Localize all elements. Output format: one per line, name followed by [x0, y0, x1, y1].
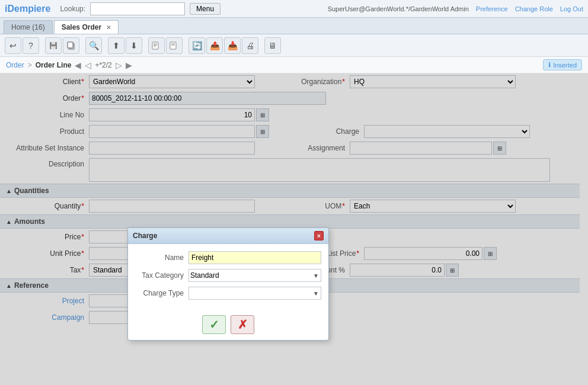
modal-name-input[interactable] [188, 251, 321, 264]
charge-modal: Charge × Name Tax Category Standard ▼ [127, 227, 329, 341]
username: SuperUser@GardenWorld.*/GardenWorld Admi… [328, 5, 469, 12]
ok-check-icon: ✓ [209, 317, 219, 332]
print-button[interactable]: 🖨 [242, 37, 258, 54]
nav-last-icon[interactable]: ▶ [126, 60, 132, 70]
modal-ok-button[interactable]: ✓ [202, 315, 226, 334]
inserted-label: Inserted [553, 62, 577, 69]
change-role-link[interactable]: Change Role [515, 5, 553, 12]
next-button[interactable]: ⬇ [126, 37, 142, 54]
svg-rect-5 [152, 42, 158, 49]
modal-header: Charge × [128, 228, 328, 244]
modal-charge-type-wrapper: ▼ [188, 287, 321, 300]
modal-tax-category-select[interactable]: Standard [188, 269, 321, 282]
nav-prev-icon[interactable]: ◁ [85, 60, 91, 70]
nav-current: Order Line [36, 61, 72, 69]
order-nav-link[interactable]: Order [6, 61, 24, 69]
export-button[interactable]: 📤 [206, 37, 223, 54]
new-button[interactable] [148, 37, 165, 54]
info-icon: ℹ [548, 61, 551, 69]
user-info: SuperUser@GardenWorld.*/GardenWorld Admi… [328, 5, 583, 12]
nav-record-info: +*2/2 [95, 61, 111, 69]
modal-title: Charge [133, 232, 157, 240]
modal-name-label: Name [135, 254, 188, 262]
refresh-button[interactable]: 🔄 [188, 37, 205, 54]
inserted-badge: ℹ Inserted [543, 59, 582, 70]
menu-button[interactable]: Menu [190, 3, 220, 15]
modal-close-btn[interactable]: × [314, 231, 324, 240]
tab-home[interactable]: Home (16) [4, 20, 53, 34]
tab-close-icon[interactable]: ✕ [106, 24, 111, 31]
modal-footer: ✓ ✗ [128, 312, 328, 340]
import-button[interactable]: 📥 [224, 37, 241, 54]
svg-rect-1 [52, 42, 55, 44]
svg-rect-2 [51, 46, 56, 49]
modal-tax-category-row: Tax Category Standard ▼ [135, 269, 321, 282]
undo-button[interactable]: ↩ [5, 37, 21, 54]
nav-first-icon[interactable]: ◀ [75, 60, 81, 70]
tab-bar: Home (16) Sales Order ✕ [0, 18, 588, 34]
main-form: Client GardenWorld Organization HQ Order… [0, 73, 588, 385]
modal-tax-category-label: Tax Category [135, 271, 188, 280]
lookup-input[interactable] [90, 2, 185, 15]
modal-cancel-button[interactable]: ✗ [231, 315, 254, 334]
nav-separator: > [28, 61, 32, 69]
delete-button[interactable] [166, 37, 183, 54]
preference-link[interactable]: Preference [476, 5, 508, 12]
save-button[interactable] [45, 37, 62, 54]
lookup-label: Lookup: [60, 5, 85, 13]
cancel-x-icon: ✗ [238, 317, 248, 332]
find-button[interactable]: 🔍 [85, 37, 102, 54]
modal-tax-category-wrapper: Standard ▼ [188, 269, 321, 282]
logout-link[interactable]: Log Out [560, 5, 583, 12]
screen-button[interactable]: 🖥 [264, 37, 281, 54]
tab-sales-order[interactable]: Sales Order ✕ [54, 20, 119, 34]
modal-body: Name Tax Category Standard ▼ Charge Type [128, 244, 328, 312]
top-bar: iDempiere Lookup: Menu SuperUser@GardenW… [0, 0, 588, 18]
svg-rect-4 [68, 42, 73, 48]
toolbar: ↩ ? 🔍 ⬆ ⬇ 🔄 📤 📥 🖨 🖥 [0, 34, 588, 57]
copy-button[interactable] [63, 37, 79, 54]
modal-charge-type-label: Charge Type [135, 289, 188, 297]
prev-button[interactable]: ⬆ [108, 37, 124, 54]
tab-sales-order-label: Sales Order [62, 23, 101, 31]
modal-charge-type-row: Charge Type ▼ [135, 287, 321, 300]
modal-name-row: Name [135, 251, 321, 264]
tab-home-label: Home (16) [11, 23, 45, 31]
nav-bar: Order > Order Line ◀ ◁ +*2/2 ▷ ▶ ℹ Inser… [0, 57, 588, 73]
svg-rect-9 [170, 42, 176, 49]
app-logo: iDempiere [5, 4, 50, 14]
modal-charge-type-select[interactable] [188, 287, 321, 300]
nav-next-icon[interactable]: ▷ [116, 60, 122, 70]
help-button[interactable]: ? [23, 37, 39, 54]
